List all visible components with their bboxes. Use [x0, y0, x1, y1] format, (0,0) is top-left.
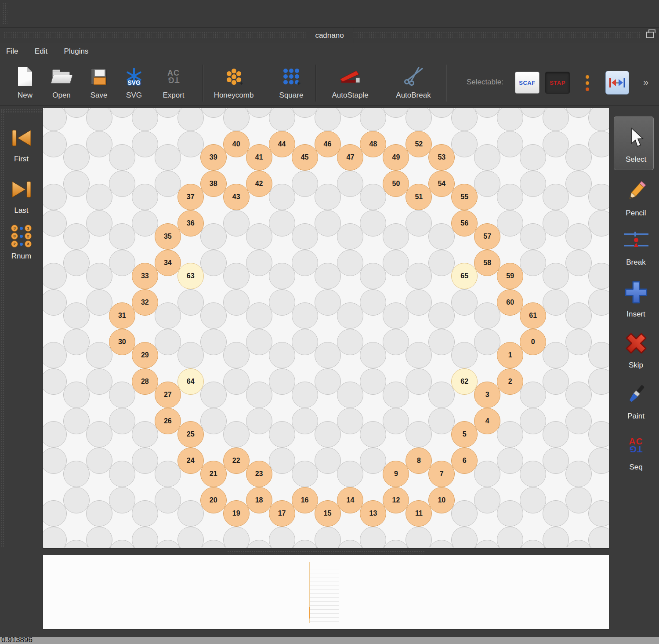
- lattice-circle[interactable]: [292, 329, 318, 355]
- lattice-circle[interactable]: [406, 368, 432, 395]
- lattice-circle[interactable]: [360, 108, 386, 131]
- lattice-circle[interactable]: [543, 131, 569, 157]
- lattice-circle[interactable]: [246, 223, 272, 250]
- lattice-circle[interactable]: [132, 210, 158, 236]
- lattice-circle[interactable]: [565, 108, 592, 118]
- lattice-circle[interactable]: [474, 461, 500, 487]
- lattice-circle[interactable]: [269, 527, 295, 549]
- lattice-circle[interactable]: [497, 184, 523, 210]
- lattice-circle[interactable]: [337, 171, 363, 197]
- helix-circle[interactable]: 52: [406, 131, 432, 157]
- lattice-circle[interactable]: [43, 527, 67, 549]
- lattice-circle[interactable]: [63, 408, 90, 434]
- lattice-circle[interactable]: [406, 421, 432, 448]
- lattice-circle[interactable]: [315, 289, 341, 316]
- lattice-circle[interactable]: [86, 184, 112, 210]
- lattice-circle[interactable]: [497, 421, 523, 448]
- lattice-circle[interactable]: [588, 368, 609, 395]
- lattice-circle[interactable]: [337, 223, 363, 250]
- lattice-circle[interactable]: [383, 408, 409, 434]
- lattice-circle[interactable]: [588, 421, 609, 448]
- lattice-circle[interactable]: [565, 487, 592, 513]
- lattice-circle[interactable]: [565, 329, 592, 355]
- lattice-circle[interactable]: [337, 382, 363, 408]
- lattice-circle[interactable]: [406, 289, 432, 316]
- lattice-circle[interactable]: [543, 184, 569, 210]
- lattice-circle[interactable]: [200, 302, 227, 329]
- helix-circle[interactable]: 0: [520, 329, 546, 355]
- helix-circle[interactable]: 65: [451, 263, 478, 289]
- lattice-circle[interactable]: [86, 368, 112, 395]
- lattice-circle[interactable]: [63, 223, 90, 250]
- lattice-circle[interactable]: [43, 263, 67, 289]
- lattice-circle[interactable]: [177, 131, 204, 157]
- lattice-circle[interactable]: [109, 408, 135, 434]
- lattice-circle[interactable]: [177, 342, 204, 368]
- helix-circle[interactable]: 50: [383, 171, 409, 197]
- helix-circle[interactable]: 3: [474, 382, 500, 408]
- helix-circle[interactable]: 12: [383, 487, 409, 513]
- lattice-circle[interactable]: [588, 210, 609, 236]
- lattice-circle[interactable]: [406, 527, 432, 549]
- seq-tool-button[interactable]: AC TG Seq: [613, 428, 659, 472]
- helix-circle[interactable]: 7: [428, 461, 455, 487]
- lattice-circle[interactable]: [177, 500, 204, 527]
- lattice-circle[interactable]: [497, 108, 523, 131]
- lattice-circle[interactable]: [200, 223, 227, 250]
- lattice-circle[interactable]: [588, 527, 609, 549]
- lattice-circle[interactable]: [43, 368, 67, 395]
- menu-edit[interactable]: Edit: [35, 43, 47, 60]
- helix-circle[interactable]: 9: [383, 461, 409, 487]
- lattice-circle[interactable]: [406, 108, 432, 131]
- lattice-circle[interactable]: [292, 302, 318, 329]
- autostaple-button[interactable]: AutoStaple: [322, 64, 379, 100]
- helix-circle[interactable]: 33: [132, 263, 158, 289]
- lattice-circle[interactable]: [428, 250, 455, 276]
- lattice-circle[interactable]: [337, 250, 363, 276]
- honeycomb-lattice-button[interactable]: + Honeycomb: [205, 64, 262, 100]
- lattice-circle[interactable]: [315, 263, 341, 289]
- resize-handles-button[interactable]: [605, 71, 629, 95]
- lattice-circle[interactable]: [383, 382, 409, 408]
- lattice-circle[interactable]: [155, 461, 181, 487]
- panel-splitter[interactable]: [43, 549, 609, 555]
- helix-circle[interactable]: 30: [109, 329, 135, 355]
- lattice-circle[interactable]: [223, 421, 250, 448]
- lattice-circle[interactable]: [269, 368, 295, 395]
- lattice-circle[interactable]: [200, 250, 227, 276]
- helix-circle[interactable]: 53: [428, 144, 455, 171]
- lattice-circle[interactable]: [43, 500, 67, 527]
- lattice-circle[interactable]: [406, 342, 432, 368]
- lattice-circle[interactable]: [63, 461, 90, 487]
- lattice-circle[interactable]: [109, 108, 135, 118]
- lattice-circle[interactable]: [132, 108, 158, 131]
- lattice-circle[interactable]: [155, 487, 181, 513]
- lattice-circle[interactable]: [223, 210, 250, 236]
- window-restore-icon[interactable]: [646, 32, 654, 38]
- lattice-circle[interactable]: [86, 108, 112, 131]
- lattice-circle[interactable]: [315, 421, 341, 448]
- svg-export-button[interactable]: SVG SVG: [116, 64, 152, 100]
- lattice-circle[interactable]: [337, 302, 363, 329]
- title-bar[interactable]: cadnano: [0, 28, 659, 43]
- lattice-circle[interactable]: [451, 131, 478, 157]
- lattice-circle[interactable]: [406, 263, 432, 289]
- lattice-circle[interactable]: [543, 448, 569, 474]
- lattice-circle[interactable]: [360, 448, 386, 474]
- lattice-circle[interactable]: [177, 289, 204, 316]
- helix-circle[interactable]: 14: [337, 487, 363, 513]
- helix-circle[interactable]: 48: [360, 131, 386, 157]
- lattice-circle[interactable]: [360, 263, 386, 289]
- lattice-circle[interactable]: [292, 223, 318, 250]
- lattice-circle[interactable]: [588, 184, 609, 210]
- lattice-circle[interactable]: [155, 108, 181, 118]
- lattice-circle[interactable]: [269, 448, 295, 474]
- lattice-circle[interactable]: [360, 368, 386, 395]
- lattice-circle[interactable]: [428, 408, 455, 434]
- helix-circle[interactable]: 56: [451, 210, 478, 236]
- lattice-circle[interactable]: [428, 329, 455, 355]
- lattice-circle[interactable]: [588, 263, 609, 289]
- lattice-circle[interactable]: [543, 289, 569, 316]
- lattice-circle[interactable]: [200, 540, 227, 549]
- helix-circle[interactable]: 49: [383, 144, 409, 171]
